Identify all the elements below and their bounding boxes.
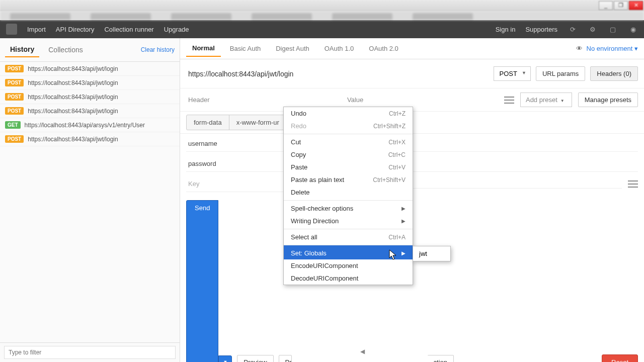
ctx-copy[interactable]: CopyCtrl+C <box>284 148 413 161</box>
history-url: https://localhost:8443/api/jwt/login <box>28 79 118 86</box>
send-dropdown[interactable]: ▼ <box>218 355 232 362</box>
history-url: https://localhost:8443/api/jwt/login <box>28 94 118 101</box>
ctx-decode-uri[interactable]: DecodeURIComponent <box>284 272 413 285</box>
window-maximize[interactable]: ❐ <box>614 1 628 10</box>
ctx-undo[interactable]: UndoCtrl+Z <box>284 107 413 120</box>
sync-icon[interactable]: ⟳ <box>568 24 578 34</box>
tab-collections[interactable]: Collections <box>43 43 88 57</box>
ctx-encode-uri[interactable]: EncodeURIComponent <box>284 259 413 272</box>
context-submenu: jwt <box>413 246 451 261</box>
sidebar-tabs: History Collections Clear history <box>0 38 180 62</box>
method-badge: POST <box>5 65 24 72</box>
history-item[interactable]: POSThttps://localhost:8443/api/jwt/login <box>0 132 180 146</box>
ctx-paste[interactable]: PasteCtrl+V <box>284 161 413 173</box>
tab-history[interactable]: History <box>5 42 39 57</box>
url-row: https://localhost:8443/api/jwt/login POS… <box>180 59 644 88</box>
ctx-delete[interactable]: Delete <box>284 186 413 199</box>
method-badge: POST <box>5 79 24 86</box>
ctx-writing-direction[interactable]: Writing Direction▶ <box>284 215 413 227</box>
send-button[interactable]: Send <box>186 200 218 362</box>
environment-selector[interactable]: No environment ▾ <box>587 45 638 52</box>
nav-signin[interactable]: Sign in <box>496 26 516 33</box>
url-params-button[interactable]: URL params <box>536 66 585 81</box>
auth-tabs: Normal Basic Auth Digest Auth OAuth 1.0 … <box>180 38 644 59</box>
eye-icon[interactable]: 👁 <box>576 45 583 52</box>
bodytype-urlencoded[interactable]: x-www-form-ur <box>229 115 287 130</box>
sidebar-toggle-icon[interactable]: ◀ <box>360 348 366 356</box>
history-item[interactable]: GEThttps://localhost:8443/api/arsys/v1/e… <box>0 118 180 132</box>
authtab-basic[interactable]: Basic Auth <box>224 41 267 56</box>
browser-tabstrip <box>0 11 644 20</box>
bulk-edit-icon[interactable] <box>628 180 638 188</box>
history-url: https://localhost:8443/api/arsys/v1/entr… <box>25 122 145 129</box>
history-item[interactable]: POSThttps://localhost:8443/api/jwt/login <box>0 62 180 76</box>
nav-upgrade[interactable]: Upgrade <box>164 26 189 33</box>
method-select[interactable]: POST <box>494 66 530 81</box>
settings-icon[interactable]: ⚙ <box>588 24 598 34</box>
history-item[interactable]: POSThttps://localhost:8443/api/jwt/login <box>0 104 180 118</box>
nav-import[interactable]: Import <box>27 26 46 33</box>
new-window-icon[interactable]: ▢ <box>608 24 618 34</box>
history-item[interactable]: POSThttps://localhost:8443/api/jwt/login <box>0 76 180 90</box>
context-menu: UndoCtrl+Z RedoCtrl+Shift+Z CutCtrl+X Co… <box>283 107 413 285</box>
ctx-redo: RedoCtrl+Shift+Z <box>284 120 413 132</box>
authtab-oauth2[interactable]: OAuth 2.0 <box>363 41 405 56</box>
reset-button[interactable]: Reset <box>602 354 638 363</box>
header-value-col[interactable]: Value <box>345 93 498 107</box>
history-url: https://localhost:8443/api/jwt/login <box>28 65 118 72</box>
method-badge: POST <box>5 93 24 101</box>
add-preset-button[interactable]: Add preset <box>520 93 572 107</box>
window-close[interactable]: ✕ <box>629 1 643 10</box>
filter-box <box>0 342 180 362</box>
prerequest-button[interactable]: Pr <box>279 355 292 363</box>
history-url: https://localhost:8443/api/jwt/login <box>28 108 118 115</box>
bodytype-formdata[interactable]: form-data <box>186 115 229 130</box>
app-topbar: Import API Directory Collection runner U… <box>0 20 644 38</box>
bulk-edit-icon[interactable] <box>504 97 514 104</box>
authtab-oauth1[interactable]: OAuth 1.0 <box>318 41 360 56</box>
submenu-jwt[interactable]: jwt <box>413 248 450 259</box>
ctx-paste-plain[interactable]: Paste as plain textCtrl+Shift+V <box>284 173 413 186</box>
ctx-spellchecker[interactable]: Spell-checker options▶ <box>284 200 413 215</box>
headers-button[interactable]: Headers (0) <box>590 66 638 81</box>
send-button-group: Send ▼ <box>186 200 232 362</box>
window-minimize[interactable]: _ <box>599 1 613 10</box>
history-list: POSThttps://localhost:8443/api/jwt/login… <box>0 62 180 342</box>
url-input[interactable]: https://localhost:8443/api/jwt/login <box>186 67 489 81</box>
authtab-digest[interactable]: Digest Auth <box>270 41 315 56</box>
window-titlebar: _ ❐ ✕ <box>0 0 644 11</box>
nav-supporters[interactable]: Supporters <box>525 26 557 33</box>
method-badge: POST <box>5 107 24 115</box>
filter-input[interactable] <box>4 346 176 359</box>
preview-button[interactable]: Preview <box>237 355 273 363</box>
history-url: https://localhost:8443/api/jwt/login <box>28 136 118 143</box>
add-collection-button-partial[interactable]: ction <box>428 355 454 363</box>
ctx-select-all[interactable]: Select allCtrl+A <box>284 229 413 243</box>
method-badge: POST <box>5 135 24 143</box>
ctx-set-globals[interactable]: Set: Globals▶ <box>284 245 413 259</box>
clear-history-link[interactable]: Clear history <box>141 46 175 53</box>
header-key-col[interactable]: Header <box>186 93 339 107</box>
app-logo <box>6 24 17 35</box>
authtab-normal[interactable]: Normal <box>186 40 221 57</box>
sidebar: History Collections Clear history POSTht… <box>0 38 180 362</box>
history-item[interactable]: POSThttps://localhost:8443/api/jwt/login <box>0 90 180 104</box>
nav-collection-runner[interactable]: Collection runner <box>104 26 153 33</box>
manage-presets-button[interactable]: Manage presets <box>578 93 638 107</box>
ctx-cut[interactable]: CutCtrl+X <box>284 134 413 148</box>
method-badge: GET <box>5 121 21 129</box>
user-icon[interactable]: ◉ <box>628 24 638 34</box>
nav-api-directory[interactable]: API Directory <box>56 26 95 33</box>
